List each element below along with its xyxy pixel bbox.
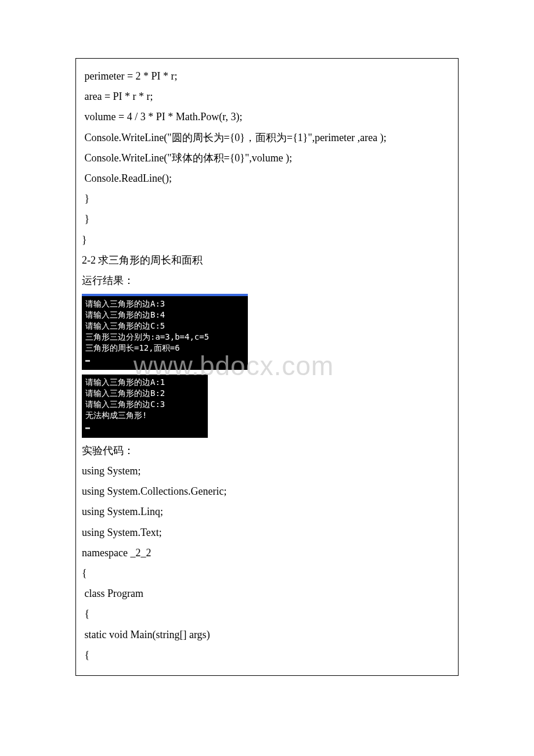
- cursor-icon: [85, 360, 90, 362]
- code-line: {: [82, 648, 452, 663]
- code-line: perimeter = 2 * PI * r;: [82, 69, 452, 84]
- code-line: namespace _2_2: [82, 546, 452, 560]
- code-line: using System;: [82, 464, 452, 478]
- document-page: www.bdocx.com perimeter = 2 * PI * r; ar…: [0, 0, 534, 711]
- code-line: volume = 4 / 3 * PI * Math.Pow(r, 3);: [82, 110, 452, 124]
- cursor-icon: [85, 427, 90, 429]
- code-line: Console.WriteLine("圆的周长为={0}，面积为={1}",pe…: [82, 131, 452, 145]
- console-output-2: 请输入三角形的边A:1 请输入三角形的边B:2 请输入三角形的边C:3 无法构成…: [82, 375, 208, 437]
- code-label: 实验代码：: [82, 444, 452, 458]
- section-heading: 2-2 求三角形的周长和面积: [82, 253, 452, 268]
- code-line: }: [82, 233, 452, 247]
- console-line: 三角形三边分别为:a=3,b=4,c=5: [85, 332, 244, 343]
- console-line: 请输入三角形的边B:4: [85, 309, 244, 321]
- console-line: 请输入三角形的边C:5: [85, 321, 244, 332]
- code-line: using System.Text;: [82, 525, 452, 540]
- console-line: 三角形的周长=12,面积=6: [85, 343, 244, 354]
- console-line: 请输入三角形的边C:3: [85, 399, 204, 410]
- console-line: 请输入三角形的边B:2: [85, 388, 204, 399]
- code-line: Console.WriteLine("球体的体积={0}",volume );: [82, 151, 452, 165]
- code-line: using System.Linq;: [82, 505, 452, 519]
- content-frame: perimeter = 2 * PI * r; area = PI * r * …: [75, 58, 459, 676]
- code-line: {: [82, 607, 452, 621]
- console-line: 请输入三角形的边A:3: [85, 298, 244, 309]
- code-line: area = PI * r * r;: [82, 89, 452, 104]
- console-output-1: 请输入三角形的边A:3 请输入三角形的边B:4 请输入三角形的边C:5 三角形三…: [82, 294, 248, 370]
- code-line: {: [82, 566, 452, 581]
- code-line: Console.ReadLine();: [82, 171, 452, 186]
- code-line: using System.Collections.Generic;: [82, 484, 452, 499]
- code-line: }: [82, 212, 452, 226]
- console-line: 请输入三角形的边A:1: [85, 377, 204, 388]
- code-line: static void Main(string[] args): [82, 628, 452, 642]
- console-line: 无法构成三角形!: [85, 410, 204, 421]
- code-line: class Program: [82, 586, 452, 601]
- code-line: }: [82, 192, 452, 206]
- run-result-label: 运行结果：: [82, 273, 452, 288]
